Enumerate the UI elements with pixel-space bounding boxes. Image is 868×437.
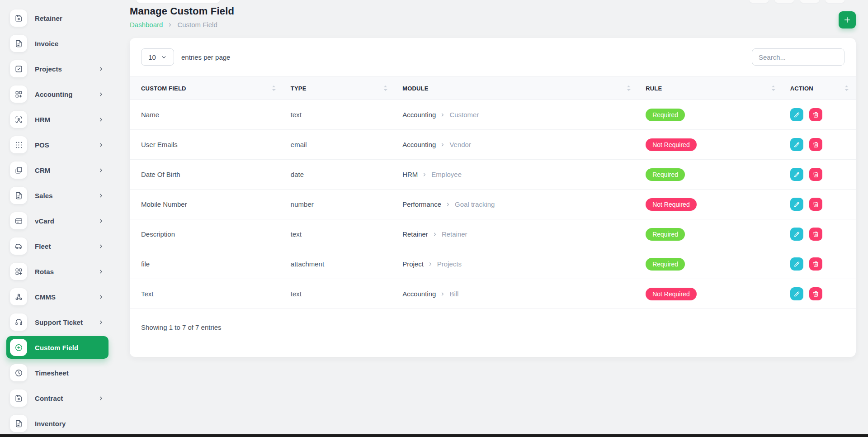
- sidebar-item-hrm[interactable]: HRM: [0, 107, 118, 132]
- sidebar-item-timesheet[interactable]: Timesheet: [0, 360, 118, 385]
- sidebar-item-label: Invoice: [35, 40, 104, 48]
- checkbox-icon: [10, 60, 27, 77]
- search-input[interactable]: [752, 48, 844, 66]
- sidebar-item-custom-field[interactable]: Custom Field: [6, 336, 108, 359]
- nodes-icon: [10, 288, 27, 305]
- page-size-select[interactable]: 10: [141, 48, 174, 66]
- sidebar-item-rotas[interactable]: Rotas: [0, 259, 118, 284]
- rule-badge: Not Required: [646, 138, 697, 151]
- chevron-right-icon: [98, 142, 104, 148]
- bottom-bar: [0, 434, 868, 437]
- chevron-right-icon: [422, 172, 427, 177]
- table-row: NametextAccountingCustomerRequired: [130, 100, 856, 130]
- sidebar-item-label: HRM: [35, 116, 98, 124]
- table-row: User EmailsemailAccountingVendorNot Requ…: [130, 130, 856, 160]
- cell-action: [783, 279, 856, 309]
- sidebar-item-label: Custom Field: [35, 344, 108, 352]
- chevron-down-icon: [161, 54, 167, 60]
- sidebar-item-label: CMMS: [35, 293, 98, 301]
- table-row: Date Of BirthdateHRMEmployeeRequired: [130, 160, 856, 190]
- sort-icon: [383, 85, 387, 91]
- sidebar-item-label: Inventory: [35, 420, 104, 428]
- pencil-icon: [793, 201, 800, 208]
- grid-plus-icon: [10, 86, 27, 103]
- sidebar-item-accounting[interactable]: Accounting: [0, 81, 118, 107]
- sidebar-item-pos[interactable]: POS: [0, 132, 118, 157]
- pencil-icon: [793, 290, 800, 297]
- main-content: Manage Custom Field Dashboard Custom Fie…: [118, 0, 868, 357]
- edit-button[interactable]: [790, 108, 803, 121]
- trash-icon: [812, 111, 819, 118]
- chevron-right-icon: [98, 243, 104, 249]
- cell-rule: Not Required: [638, 279, 783, 309]
- delete-button[interactable]: [809, 168, 822, 181]
- cell-custom-field: file: [130, 249, 283, 279]
- table-wrap: CUSTOM FIELD TYPE MODULE RULE ACTION Nam…: [130, 76, 856, 309]
- module-name: HRM: [402, 171, 418, 178]
- column-header-module[interactable]: MODULE: [395, 77, 638, 100]
- custom-fields-table: CUSTOM FIELD TYPE MODULE RULE ACTION Nam…: [130, 76, 856, 309]
- column-header-action[interactable]: ACTION: [783, 77, 856, 100]
- chevron-right-icon: [98, 66, 104, 72]
- chevron-right-icon: [428, 261, 433, 267]
- delete-button[interactable]: [809, 138, 822, 151]
- sidebar-item-retainer[interactable]: Retainer: [0, 5, 118, 31]
- cell-type: date: [283, 160, 395, 190]
- rule-badge: Required: [646, 109, 685, 121]
- sidebar-item-cmms[interactable]: CMMS: [0, 284, 118, 309]
- trash-icon: [812, 171, 819, 178]
- cell-action: [783, 100, 856, 130]
- sidebar-item-projects[interactable]: Projects: [0, 56, 118, 81]
- rule-badge: Not Required: [646, 198, 697, 211]
- sort-icon: [272, 85, 276, 91]
- sidebar-item-support-ticket[interactable]: Support Ticket: [0, 309, 118, 335]
- sidebar-item-inventory[interactable]: Inventory: [0, 411, 118, 436]
- rule-badge: Required: [646, 228, 685, 241]
- edit-button[interactable]: [790, 287, 803, 300]
- cell-rule: Required: [638, 160, 783, 190]
- trash-icon: [812, 261, 819, 267]
- cell-custom-field: Name: [130, 100, 283, 130]
- cell-module: ProjectProjects: [395, 249, 638, 279]
- edit-button[interactable]: [790, 168, 803, 181]
- pencil-icon: [793, 111, 800, 118]
- cell-custom-field: User Emails: [130, 130, 283, 160]
- sidebar-item-contract[interactable]: Contract: [0, 385, 118, 411]
- credit-card-icon: [10, 212, 27, 229]
- column-header-type[interactable]: TYPE: [283, 77, 395, 100]
- edit-button[interactable]: [790, 257, 803, 271]
- cell-action: [783, 190, 856, 219]
- sidebar-item-fleet[interactable]: Fleet: [0, 233, 118, 259]
- edit-button[interactable]: [790, 138, 803, 151]
- rule-badge: Required: [646, 168, 685, 181]
- file-icon: [10, 415, 27, 432]
- sidebar-item-vcard[interactable]: vCard: [0, 208, 118, 233]
- sidebar-item-invoice[interactable]: Invoice: [0, 31, 118, 56]
- edit-button[interactable]: [790, 198, 803, 211]
- delete-button[interactable]: [809, 228, 822, 241]
- sidebar-item-label: Projects: [35, 65, 98, 73]
- sidebar: RetainerInvoiceProjectsAccountingHRMPOSC…: [0, 0, 118, 437]
- breadcrumb-dashboard-link[interactable]: Dashboard: [130, 21, 163, 28]
- chevron-right-icon: [440, 112, 445, 118]
- add-custom-field-button[interactable]: [839, 11, 856, 28]
- sidebar-item-label: CRM: [35, 166, 98, 174]
- cell-action: [783, 160, 856, 190]
- headset-icon: [10, 314, 27, 331]
- sort-icon: [844, 85, 849, 91]
- delete-button[interactable]: [809, 108, 822, 121]
- column-header-rule[interactable]: RULE: [638, 77, 783, 100]
- delete-button[interactable]: [809, 257, 822, 271]
- column-header-custom-field[interactable]: CUSTOM FIELD: [130, 77, 283, 100]
- sidebar-item-sales[interactable]: Sales: [0, 183, 118, 208]
- delete-button[interactable]: [809, 287, 822, 300]
- plus-circle-icon: [10, 339, 27, 356]
- cell-action: [783, 249, 856, 279]
- chevron-right-icon: [440, 291, 445, 297]
- delete-button[interactable]: [809, 198, 822, 211]
- rule-badge: Required: [646, 258, 685, 271]
- edit-button[interactable]: [790, 228, 803, 241]
- pencil-icon: [793, 231, 800, 238]
- sidebar-item-crm[interactable]: CRM: [0, 157, 118, 183]
- cell-rule: Required: [638, 100, 783, 130]
